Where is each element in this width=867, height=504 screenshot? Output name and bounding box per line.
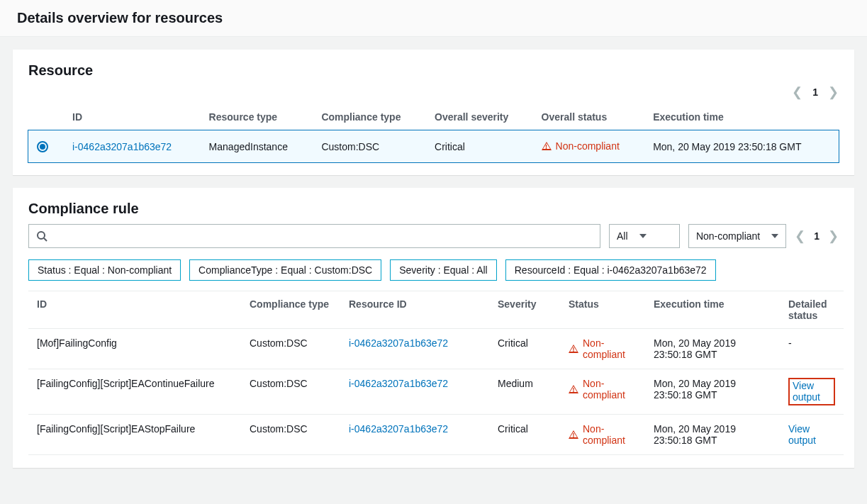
- rule-col-ctype: Compliance type: [241, 291, 340, 329]
- rule-exec-cell: Mon, 20 May 2019 23:50:18 GMT: [645, 415, 780, 455]
- rule-ctype-cell: Custom:DSC: [241, 329, 340, 369]
- view-output-link[interactable]: View output: [788, 423, 816, 446]
- status-dropdown[interactable]: Non-compliant: [688, 224, 786, 248]
- resource-severity-cell: Critical: [426, 130, 533, 163]
- col-sev: Overall severity: [426, 104, 533, 130]
- resource-panel-title: Resource: [28, 62, 839, 79]
- rule-table: ID Compliance type Resource ID Severity …: [28, 291, 844, 455]
- rule-id-cell: [FailingConfig][Script]EAContinueFailure: [28, 369, 241, 415]
- col-status: Overall status: [533, 104, 645, 130]
- resource-status-text: Non-compliant: [556, 140, 620, 152]
- rule-ctype-cell: Custom:DSC: [241, 415, 340, 455]
- rule-severity-cell: Critical: [489, 415, 560, 455]
- highlight-annotation: View output: [788, 378, 835, 405]
- rule-exec-cell: Mon, 20 May 2019 23:50:18 GMT: [645, 369, 780, 415]
- resource-status-cell: ! Non-compliant: [542, 140, 620, 152]
- resource-next-page[interactable]: ❯: [828, 86, 839, 99]
- rule-status-cell: ! Non-compliant: [569, 423, 637, 446]
- rule-col-rid: Resource ID: [340, 291, 489, 329]
- filter-chips: Status : Equal : Non-compliant Complianc…: [28, 259, 839, 281]
- col-exec: Execution time: [644, 104, 839, 130]
- rule-status-text: Non-compliant: [583, 423, 637, 446]
- filter-chip-severity[interactable]: Severity : Equal : All: [390, 259, 497, 281]
- rule-status-text: Non-compliant: [583, 337, 637, 360]
- rule-prev-page[interactable]: ❮: [795, 228, 805, 244]
- resource-panel: Resource ❮ 1 ❯ ID Resource type Complian…: [13, 50, 854, 175]
- chevron-down-icon: [771, 234, 778, 238]
- rule-id-cell: [Mof]FailingConfig: [28, 329, 241, 369]
- filter-chip-compliancetype[interactable]: ComplianceType : Equal : Custom:DSC: [189, 259, 381, 281]
- resource-row[interactable]: i-0462a3207a1b63e72 ManagedInstance Cust…: [28, 130, 839, 163]
- page-title: Details overview for resources: [17, 10, 850, 26]
- resource-id-link[interactable]: i-0462a3207a1b63e72: [72, 141, 172, 152]
- rule-resourceid-link[interactable]: i-0462a3207a1b63e72: [349, 337, 448, 349]
- rule-status-text: Non-compliant: [583, 378, 637, 401]
- search-input-wrapper[interactable]: [28, 224, 600, 248]
- rule-id-cell: [FailingConfig][Script]EAStopFailure: [28, 415, 241, 455]
- resource-type-cell: ManagedInstance: [201, 130, 313, 163]
- resource-pager: ❮ 1 ❯: [28, 86, 839, 99]
- rule-status-cell: ! Non-compliant: [569, 337, 637, 360]
- svg-line-1: [44, 238, 47, 241]
- col-type: Resource type: [201, 104, 313, 130]
- warning-icon: !: [542, 142, 552, 150]
- resource-ctype-cell: Custom:DSC: [313, 130, 426, 163]
- resource-table: ID Resource type Compliance type Overall…: [28, 104, 839, 162]
- rule-severity-cell: Medium: [489, 369, 560, 415]
- filter-chip-status[interactable]: Status : Equal : Non-compliant: [28, 259, 181, 281]
- table-row: [Mof]FailingConfig Custom:DSC i-0462a320…: [28, 329, 844, 369]
- rule-next-page[interactable]: ❯: [828, 228, 839, 244]
- compliance-rule-title: Compliance rule: [28, 201, 839, 217]
- severity-dropdown[interactable]: All: [609, 224, 680, 248]
- compliance-rule-panel: Compliance rule All Non-compliant ❮ 1 ❯ …: [13, 188, 854, 468]
- col-id: ID: [64, 104, 201, 130]
- rule-col-exec: Execution time: [645, 291, 780, 329]
- rule-col-sev: Severity: [489, 291, 560, 329]
- resource-page-number: 1: [812, 86, 818, 98]
- rule-resourceid-link[interactable]: i-0462a3207a1b63e72: [349, 423, 448, 435]
- filter-chip-resourceid[interactable]: ResourceId : Equal : i-0462a3207a1b63e72: [505, 259, 716, 281]
- warning-icon: !: [569, 385, 578, 393]
- table-row: [FailingConfig][Script]EAContinueFailure…: [28, 369, 844, 415]
- rule-resourceid-link[interactable]: i-0462a3207a1b63e72: [349, 378, 448, 389]
- rule-col-det: Detailed status: [780, 291, 844, 329]
- rule-detailed-cell: -: [780, 329, 844, 369]
- status-dropdown-label: Non-compliant: [696, 230, 760, 242]
- view-output-link[interactable]: View output: [793, 380, 820, 403]
- rule-col-id: ID: [28, 291, 241, 329]
- search-input[interactable]: [53, 230, 593, 242]
- rule-col-status: Status: [560, 291, 645, 329]
- resource-row-radio[interactable]: [37, 141, 48, 152]
- rule-severity-cell: Critical: [489, 329, 560, 369]
- table-row: [FailingConfig][Script]EAStopFailure Cus…: [28, 415, 844, 455]
- compliance-toolbar: All Non-compliant ❮ 1 ❯: [28, 224, 839, 248]
- col-ctype: Compliance type: [313, 104, 426, 130]
- chevron-down-icon: [639, 234, 647, 238]
- resource-exec-cell: Mon, 20 May 2019 23:50:18 GMT: [644, 130, 839, 163]
- warning-icon: !: [569, 430, 578, 439]
- resource-prev-page[interactable]: ❮: [792, 86, 802, 99]
- page-header: Details overview for resources: [0, 0, 867, 37]
- search-icon: [36, 230, 47, 242]
- rule-status-cell: ! Non-compliant: [569, 378, 637, 401]
- rule-ctype-cell: Custom:DSC: [241, 369, 340, 415]
- severity-dropdown-label: All: [617, 230, 628, 242]
- rule-exec-cell: Mon, 20 May 2019 23:50:18 GMT: [645, 329, 780, 369]
- warning-icon: !: [569, 345, 578, 353]
- svg-point-0: [38, 232, 45, 239]
- rule-page-number: 1: [814, 230, 820, 242]
